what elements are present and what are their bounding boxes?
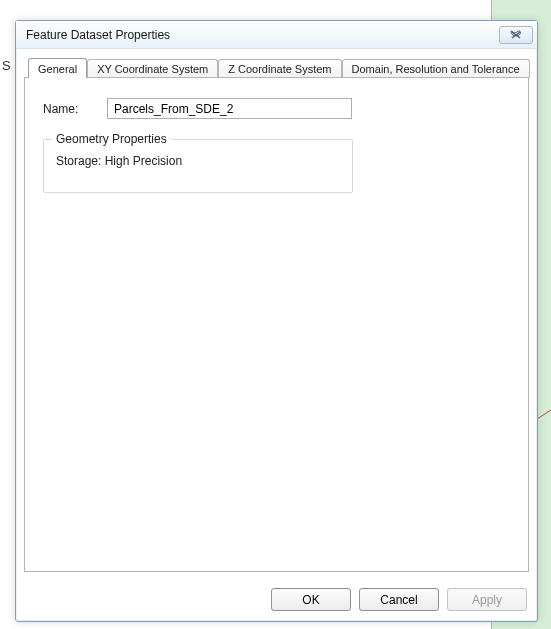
name-row: Name: [43, 98, 510, 119]
tabpage-general: Name: Geometry Properties Storage: High … [24, 77, 529, 572]
tab-xy-coordinate-system[interactable]: XY Coordinate System [87, 59, 218, 78]
dialog-title: Feature Dataset Properties [26, 28, 499, 42]
apply-button: Apply [447, 588, 527, 611]
ok-button[interactable]: OK [271, 588, 351, 611]
geometry-properties-group: Geometry Properties Storage: High Precis… [43, 139, 353, 193]
tab-label: XY Coordinate System [97, 63, 208, 75]
button-label: Apply [472, 593, 502, 607]
name-label: Name: [43, 102, 93, 116]
close-icon [509, 30, 523, 40]
titlebar: Feature Dataset Properties [16, 21, 537, 49]
tab-domain-resolution-tolerance[interactable]: Domain, Resolution and Tolerance [342, 59, 530, 78]
feature-dataset-properties-dialog: Feature Dataset Properties General XY Co… [15, 20, 538, 622]
cancel-button[interactable]: Cancel [359, 588, 439, 611]
name-input[interactable] [107, 98, 352, 119]
tab-label: General [38, 63, 77, 75]
button-label: OK [302, 593, 319, 607]
background-letter: S [2, 58, 11, 73]
close-button[interactable] [499, 26, 533, 44]
button-label: Cancel [380, 593, 417, 607]
tabstrip: General XY Coordinate System Z Coordinat… [24, 55, 529, 77]
group-legend: Geometry Properties [52, 132, 171, 146]
tab-label: Domain, Resolution and Tolerance [352, 63, 520, 75]
tab-z-coordinate-system[interactable]: Z Coordinate System [218, 59, 341, 78]
tab-label: Z Coordinate System [228, 63, 331, 75]
tab-general[interactable]: General [28, 58, 87, 78]
button-bar: OK Cancel Apply [16, 580, 537, 621]
storage-text: Storage: High Precision [56, 154, 340, 168]
